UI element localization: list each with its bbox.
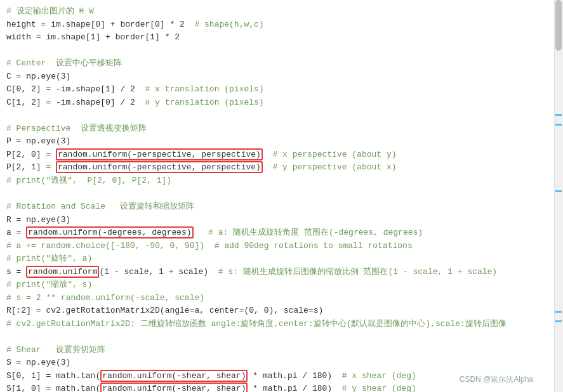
code-line-14: # print("透视", P[2, 0], P[2, 1]) (6, 174, 540, 188)
highlight-perspective-y: random.uniform(-perspective, perspective… (56, 161, 263, 173)
code-line-5: # Center 设置中心平移矩阵 (6, 57, 540, 70)
code-line-17: R = np.eye(3) (6, 214, 540, 227)
code-line-15 (6, 187, 540, 200)
code-editor: # 设定输出图片的 H W height = im.shape[0] + bor… (0, 0, 546, 392)
code-line-20: # print("旋转", a) (6, 252, 540, 266)
highlight-perspective-x: random.uniform(-perspective, perspective… (56, 148, 263, 160)
code-line-16: # Rotation and Scale 设置旋转和缩放矩阵 (6, 200, 540, 214)
code-line-24: R[:2] = cv2.getRotationMatrix2D(angle=a,… (6, 304, 540, 318)
scroll-marker-3 (555, 190, 562, 192)
scroll-marker-1 (555, 114, 562, 116)
code-line-28: S = np.eye(3) (6, 356, 540, 370)
highlight-rotation: random.uniform(-degrees, degrees) (26, 226, 193, 238)
code-line-10: # Perspective 设置透视变换矩阵 (6, 122, 540, 136)
code-line-23: # s = 2 ** random.uniform(-scale, scale) (6, 292, 540, 305)
code-line-4 (6, 44, 540, 58)
code-line-11: P = np.eye(3) (6, 135, 540, 148)
code-line-27: # Shear 设置剪切矩阵 (6, 344, 540, 357)
code-line-26 (6, 330, 540, 344)
scrollbar[interactable] (554, 0, 563, 392)
code-line-9 (6, 109, 540, 122)
highlight-scale: random.uniform (26, 266, 99, 278)
code-line-2: height = im.shape[0] + border[0] * 2 # s… (6, 18, 540, 32)
highlight-shear-y: random.uniform(-shear, shear) (100, 382, 248, 392)
code-line-22: # print("缩放", s) (6, 278, 540, 292)
code-line-7: C[0, 2] = -im.shape[1] / 2 # x translati… (6, 83, 540, 96)
scrollbar-thumb[interactable] (555, 0, 562, 51)
code-line-1: # 设定输出图片的 H W (6, 5, 540, 18)
code-line-18: a = random.uniform(-degrees, degrees) # … (6, 226, 540, 240)
code-line-6: C = np.eye(3) (6, 70, 540, 84)
scroll-marker-4 (555, 311, 562, 313)
watermark: CSDN @诶尔法Alpha (460, 374, 533, 386)
code-line-25: # cv2.getRotationMatrix2D: 二维旋转缩放函数 angl… (6, 318, 540, 331)
code-line-19: # a += random.choice([-180, -90, 0, 90])… (6, 240, 540, 253)
scroll-marker-5 (555, 320, 562, 322)
code-line-12: P[2, 0] = random.uniform(-perspective, p… (6, 148, 540, 162)
code-line-21: s = random.uniform(1 - scale, 1 + scale)… (6, 266, 540, 279)
code-line-13: P[2, 1] = random.uniform(-perspective, p… (6, 161, 540, 174)
code-line-8: C[1, 2] = -im.shape[0] / 2 # y translati… (6, 96, 540, 110)
scroll-marker-2 (555, 124, 562, 126)
code-line-3: width = im.shape[1] + border[1] * 2 (6, 31, 540, 44)
highlight-shear-x: random.uniform(-shear, shear) (100, 370, 248, 382)
